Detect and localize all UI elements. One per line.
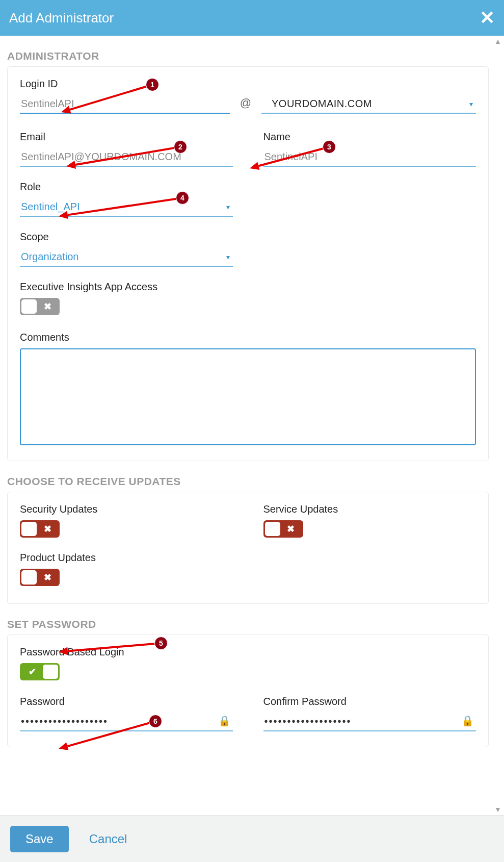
- updates-card: Security Updates ✖ Service Updates ✖ Pro…: [7, 492, 489, 604]
- modal-footer: Save Cancel: [0, 815, 504, 862]
- password-input[interactable]: [20, 713, 233, 731]
- domain-select[interactable]: YOURDOMAIN.COM: [261, 95, 476, 114]
- section-password: SET PASSWORD: [5, 609, 492, 635]
- scope-select[interactable]: Organization: [20, 248, 233, 267]
- x-icon: ✖: [37, 572, 58, 583]
- pw-login-label: Password Based Login: [20, 646, 476, 658]
- administrator-card: Login ID @ YOURDOMAIN.COM ▾ Email: [7, 66, 489, 461]
- email-input[interactable]: [20, 148, 233, 167]
- name-input[interactable]: [263, 148, 476, 167]
- security-updates-label: Security Updates: [20, 503, 233, 515]
- role-select[interactable]: Sentinel_API: [20, 198, 233, 217]
- pw-login-toggle[interactable]: ✔: [20, 663, 60, 680]
- confirm-password-label: Confirm Password: [263, 696, 476, 707]
- modal-body: ADMINISTRATOR Login ID @ YOURDOMAIN.COM …: [0, 36, 492, 815]
- service-updates-toggle[interactable]: ✖: [263, 520, 303, 538]
- section-administrator: ADMINISTRATOR: [5, 41, 492, 66]
- section-updates: CHOOSE TO RECEIVE UPDATES: [5, 466, 492, 492]
- exec-access-label: Executive Insights App Access: [20, 281, 476, 293]
- scroll-down-icon[interactable]: ▼: [493, 805, 502, 814]
- email-label: Email: [20, 131, 233, 143]
- name-label: Name: [263, 131, 476, 143]
- comments-textarea[interactable]: [20, 348, 476, 445]
- check-icon: ✔: [22, 666, 42, 677]
- role-label: Role: [20, 181, 233, 193]
- x-icon: ✖: [281, 523, 301, 535]
- security-updates-toggle[interactable]: ✖: [20, 520, 60, 538]
- confirm-password-input[interactable]: [263, 713, 476, 731]
- modal-header: Add Administrator ✕: [0, 0, 504, 36]
- product-updates-toggle[interactable]: ✖: [20, 569, 60, 586]
- lock-icon[interactable]: 🔒: [461, 715, 474, 727]
- scroll-up-icon[interactable]: ▲: [493, 37, 502, 46]
- modal-title: Add Administrator: [9, 10, 114, 26]
- close-icon[interactable]: ✕: [480, 7, 495, 29]
- login-id-input[interactable]: [20, 95, 230, 114]
- service-updates-label: Service Updates: [263, 503, 476, 515]
- comments-label: Comments: [20, 332, 476, 343]
- at-symbol: @: [236, 96, 255, 114]
- password-label: Password: [20, 696, 233, 707]
- exec-access-toggle[interactable]: ✖: [20, 298, 60, 315]
- product-updates-label: Product Updates: [20, 552, 233, 564]
- scope-label: Scope: [20, 231, 233, 243]
- domain-value: YOURDOMAIN.COM: [262, 98, 475, 110]
- x-icon: ✖: [37, 523, 58, 535]
- login-id-label: Login ID: [20, 78, 230, 90]
- save-button[interactable]: Save: [10, 826, 69, 852]
- cancel-button[interactable]: Cancel: [89, 832, 127, 846]
- scrollbar[interactable]: ▲ ▼: [492, 36, 504, 815]
- password-card: Password Based Login ✔ Password 🔒 Confir…: [7, 635, 489, 747]
- lock-icon[interactable]: 🔒: [218, 715, 231, 727]
- x-icon: ✖: [37, 301, 58, 312]
